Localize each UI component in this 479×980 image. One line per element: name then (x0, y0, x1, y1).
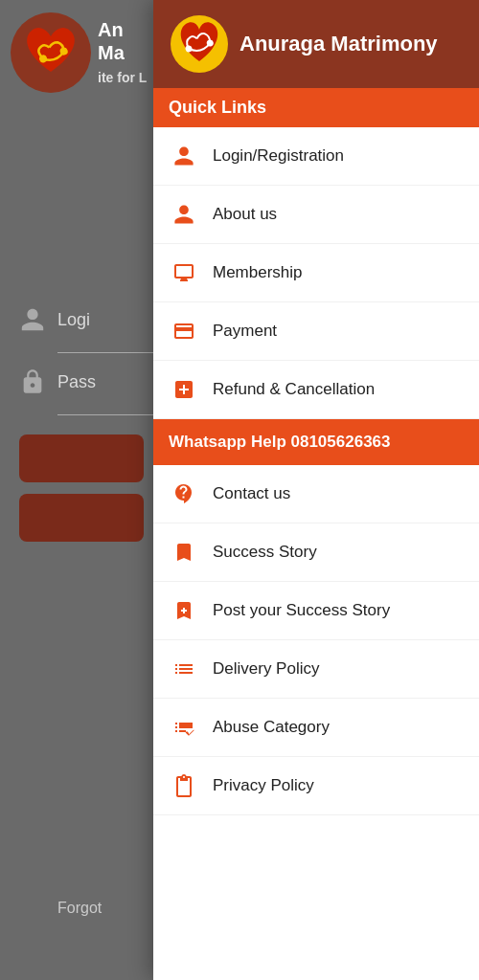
background-logo: AnMaite for L (8, 10, 147, 96)
menu-label-success-story: Success Story (213, 543, 317, 562)
bg-login-btn (19, 434, 144, 482)
menu-label-delivery-policy: Delivery Policy (213, 659, 319, 679)
menu-item-login-registration[interactable]: Login/Registration (153, 127, 479, 186)
payment-card-icon (169, 316, 199, 346)
quick-links-header: Quick Links (153, 88, 479, 127)
menu-item-post-success-story[interactable]: Post your Success Story (153, 582, 479, 640)
menu-label-payment: Payment (213, 322, 277, 341)
menu-list-secondary: Contact us Success Story Post your Succe… (153, 465, 479, 815)
drawer-logo: Anuraga Matrimony (169, 13, 438, 75)
drawer-brand-title: Anuraga Matrimony (240, 32, 438, 56)
drawer-header: Anuraga Matrimony (153, 0, 479, 88)
background-forgot-text: Forgot (57, 900, 102, 917)
contact-icon (169, 479, 199, 509)
menu-label-privacy-policy: Privacy Policy (213, 776, 314, 795)
menu-label-post-success-story: Post your Success Story (213, 601, 390, 620)
menu-list-primary: Login/Registration About us Membership P… (153, 127, 479, 419)
menu-item-contact-us[interactable]: Contact us (153, 465, 479, 523)
menu-label-about-us: About us (213, 205, 277, 224)
menu-label-abuse-category: Abuse Category (213, 718, 330, 737)
menu-label-membership: Membership (213, 263, 303, 282)
menu-item-abuse-category[interactable]: Abuse Category (153, 699, 479, 757)
bookmark-icon (169, 537, 199, 568)
person-icon (169, 141, 199, 171)
menu-label-login-registration: Login/Registration (213, 146, 344, 166)
background-brand-text: AnMaite for L (98, 18, 147, 87)
monitor-icon (169, 257, 199, 288)
about-person-icon (169, 199, 199, 230)
menu-item-success-story[interactable]: Success Story (153, 523, 479, 582)
menu-label-refund-cancellation: Refund & Cancellation (213, 380, 375, 399)
plus-square-icon (169, 374, 199, 405)
bg-register-btn (19, 494, 144, 542)
menu-item-privacy-policy[interactable]: Privacy Policy (153, 757, 479, 815)
book-icon (169, 770, 199, 801)
menu-item-delivery-policy[interactable]: Delivery Policy (153, 640, 479, 699)
side-drawer: Anuraga Matrimony Quick Links Login/Regi… (153, 0, 479, 980)
list-icon (169, 654, 199, 684)
menu-item-payment[interactable]: Payment (153, 302, 479, 361)
whatsapp-banner-text: Whatsapp Help 08105626363 (169, 433, 391, 452)
menu-item-membership[interactable]: Membership (153, 244, 479, 302)
bookmark-add-icon (169, 595, 199, 626)
checklist-icon (169, 712, 199, 743)
menu-item-refund-cancellation[interactable]: Refund & Cancellation (153, 361, 479, 419)
menu-label-contact-us: Contact us (213, 484, 290, 503)
menu-item-about-us[interactable]: About us (153, 186, 479, 244)
whatsapp-help-banner[interactable]: Whatsapp Help 08105626363 (153, 419, 479, 465)
